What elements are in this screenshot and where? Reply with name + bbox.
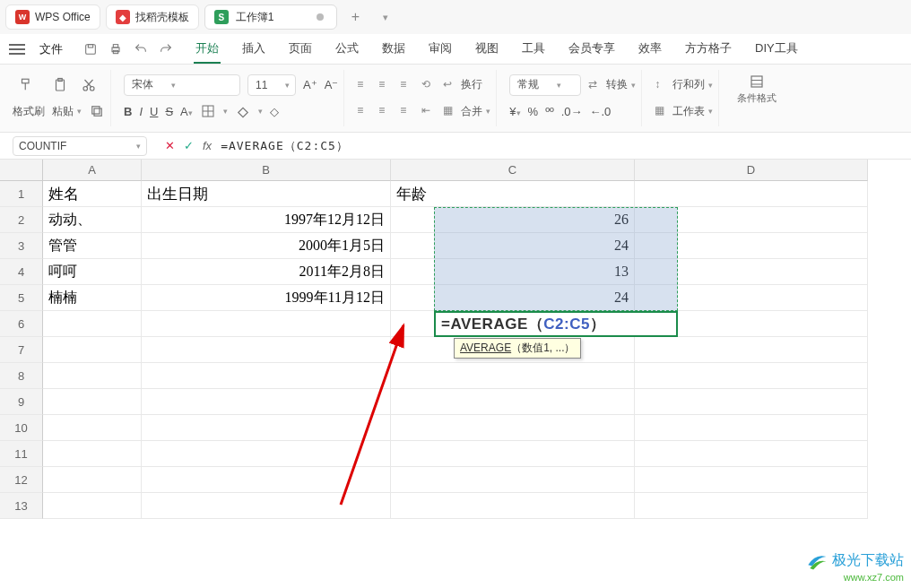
- tab-page[interactable]: 页面: [287, 35, 314, 64]
- col-header[interactable]: D: [635, 160, 868, 181]
- cell[interactable]: 年龄: [391, 181, 635, 207]
- tab-view[interactable]: 视图: [473, 35, 500, 64]
- italic-button[interactable]: I: [139, 105, 143, 118]
- align-center-icon[interactable]: ≡: [378, 104, 393, 118]
- file-menu[interactable]: 文件: [34, 38, 68, 61]
- cell[interactable]: [391, 415, 635, 441]
- tab-data[interactable]: 数据: [380, 35, 407, 64]
- row-header[interactable]: 4: [0, 259, 43, 285]
- increase-font-icon[interactable]: A⁺: [303, 78, 317, 91]
- cell[interactable]: [635, 441, 868, 467]
- align-middle-icon[interactable]: ≡: [378, 78, 393, 92]
- row-header[interactable]: 6: [0, 311, 43, 337]
- tab-menu-chevron-icon[interactable]: ▾: [373, 4, 398, 30]
- row-header[interactable]: 9: [0, 389, 43, 415]
- underline-button[interactable]: U: [150, 105, 158, 118]
- cell[interactable]: 24: [391, 233, 635, 259]
- row-header[interactable]: 5: [0, 285, 43, 311]
- cell[interactable]: [391, 493, 635, 519]
- font-size-select[interactable]: 11▾: [247, 74, 296, 96]
- align-top-icon[interactable]: ≡: [357, 78, 371, 92]
- tab-diy[interactable]: DIY工具: [753, 35, 800, 64]
- tab-formula[interactable]: 公式: [334, 35, 360, 64]
- cell[interactable]: [635, 389, 868, 415]
- cell[interactable]: 2011年2月8日: [142, 259, 391, 285]
- cell[interactable]: 2000年1月5日: [142, 233, 391, 259]
- cell[interactable]: [391, 389, 635, 415]
- row-header[interactable]: 1: [0, 181, 43, 207]
- cell[interactable]: [43, 337, 142, 363]
- align-bottom-icon[interactable]: ≡: [400, 78, 414, 92]
- convert-button[interactable]: ⇄转换▾: [588, 77, 636, 92]
- font-name-select[interactable]: 宋体▾: [124, 74, 240, 96]
- strike-button[interactable]: S: [165, 105, 173, 118]
- row-header[interactable]: 10: [0, 415, 43, 441]
- col-header[interactable]: A: [43, 160, 142, 181]
- cell[interactable]: 出生日期: [142, 181, 391, 207]
- cell[interactable]: [391, 467, 635, 493]
- name-box[interactable]: COUNTIF ▾: [13, 136, 147, 156]
- formula-input[interactable]: =AVERAGE（C2:C5）: [221, 138, 349, 154]
- paste-label[interactable]: 粘贴▾: [52, 104, 82, 119]
- sheet-grid[interactable]: A B C D 1 2 3 4 5 6 7 8 9 10 11 12 13 姓名…: [0, 160, 911, 588]
- cell[interactable]: [142, 441, 391, 467]
- cell[interactable]: [142, 363, 391, 389]
- undo-icon[interactable]: [133, 41, 149, 57]
- percent-icon[interactable]: %: [528, 105, 539, 118]
- font-color-button[interactable]: A▾: [180, 105, 193, 118]
- select-all-corner[interactable]: [0, 160, 43, 181]
- row-header[interactable]: 11: [0, 441, 43, 467]
- accept-formula-icon[interactable]: ✓: [184, 139, 194, 152]
- cell[interactable]: [635, 181, 868, 207]
- cell[interactable]: [43, 389, 142, 415]
- cell[interactable]: 24: [391, 285, 635, 311]
- cell[interactable]: [43, 415, 142, 441]
- number-format-select[interactable]: 常规▾: [509, 74, 581, 96]
- paste-button[interactable]: [47, 75, 74, 95]
- save-icon[interactable]: [82, 41, 99, 57]
- print-icon[interactable]: [108, 41, 124, 57]
- cell[interactable]: 13: [391, 259, 635, 285]
- copy-icon[interactable]: [89, 103, 105, 119]
- cell[interactable]: [635, 285, 868, 311]
- indent-dec-icon[interactable]: ⇤: [421, 104, 436, 118]
- rows-cols-button[interactable]: ↕行和列▾: [655, 77, 713, 92]
- cell[interactable]: [142, 493, 391, 519]
- dec-dec-icon[interactable]: ←.0: [589, 105, 611, 118]
- cell[interactable]: [635, 493, 868, 519]
- cell[interactable]: 呵呵: [43, 259, 142, 285]
- cancel-formula-icon[interactable]: ✕: [165, 139, 175, 152]
- cell[interactable]: 26: [391, 207, 635, 233]
- cell[interactable]: [635, 259, 868, 285]
- tab-insert[interactable]: 插入: [240, 35, 267, 64]
- row-header[interactable]: 12: [0, 467, 43, 493]
- cell[interactable]: [391, 363, 635, 389]
- currency-icon[interactable]: ¥▾: [509, 105, 520, 118]
- cell[interactable]: 管管: [43, 233, 142, 259]
- wrap-text-button[interactable]: ↩换行: [443, 77, 482, 92]
- cell[interactable]: [142, 467, 391, 493]
- cell[interactable]: 姓名: [43, 181, 142, 207]
- document-tab[interactable]: S 工作簿1: [204, 4, 338, 30]
- clear-format-icon[interactable]: ◇: [270, 105, 279, 118]
- cell[interactable]: 1997年12月12日: [142, 207, 391, 233]
- tab-member[interactable]: 会员专享: [567, 35, 617, 64]
- app-tab-templates[interactable]: ◆ 找稻壳模板: [106, 4, 199, 30]
- cell[interactable]: [142, 311, 391, 337]
- cell[interactable]: [391, 441, 635, 467]
- cell[interactable]: 1999年11月12日: [142, 285, 391, 311]
- row-header[interactable]: 2: [0, 207, 43, 233]
- row-header[interactable]: 7: [0, 337, 43, 363]
- cell[interactable]: [635, 337, 868, 363]
- fx-icon[interactable]: fx: [203, 139, 212, 152]
- cell[interactable]: [43, 441, 142, 467]
- row-header[interactable]: 3: [0, 233, 43, 259]
- app-tab-wps[interactable]: W WPS Office: [5, 4, 100, 30]
- active-cell-c6[interactable]: =AVERAGE（ C2:C5 ）: [434, 311, 678, 337]
- row-header[interactable]: 13: [0, 493, 43, 519]
- cell[interactable]: [142, 337, 391, 363]
- align-right-icon[interactable]: ≡: [400, 104, 414, 118]
- cell[interactable]: [43, 311, 142, 337]
- format-painter-button[interactable]: [13, 75, 39, 95]
- dec-inc-icon[interactable]: .0→: [561, 105, 583, 118]
